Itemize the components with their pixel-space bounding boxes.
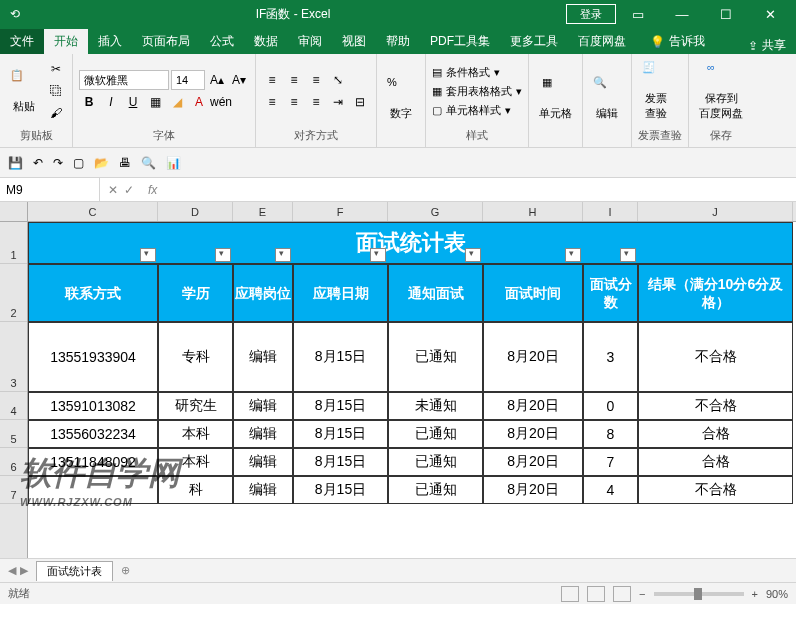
align-bottom-button[interactable]: ≡ — [306, 70, 326, 90]
bold-button[interactable]: B — [79, 92, 99, 112]
table-header[interactable]: 联系方式 — [28, 264, 158, 322]
filter-dropdown[interactable] — [620, 248, 636, 262]
phonetic-button[interactable]: wén — [211, 92, 231, 112]
table-header[interactable]: 应聘岗位 — [233, 264, 293, 322]
minimize-button[interactable]: — — [660, 2, 704, 26]
tab-formula[interactable]: 公式 — [200, 29, 244, 54]
italic-button[interactable]: I — [101, 92, 121, 112]
table-cell[interactable]: 科 — [158, 476, 233, 504]
print-icon[interactable]: 🖶 — [119, 156, 131, 170]
save-icon[interactable]: 💾 — [8, 156, 23, 170]
table-cell[interactable]: 合格 — [638, 420, 793, 448]
table-cell[interactable]: 8月15日 — [293, 448, 388, 476]
table-cell[interactable]: 13591013082 — [28, 392, 158, 420]
tab-view[interactable]: 视图 — [332, 29, 376, 54]
tab-pdf[interactable]: PDF工具集 — [420, 29, 500, 54]
tab-insert[interactable]: 插入 — [88, 29, 132, 54]
enter-formula-icon[interactable]: ✓ — [124, 183, 134, 197]
col-header-E[interactable]: E — [233, 202, 293, 221]
table-cell[interactable]: 4 — [583, 476, 638, 504]
worksheet[interactable]: CDEFGHIJ 1234567 面试统计表联系方式学历应聘岗位应聘日期通知面试… — [0, 202, 796, 558]
table-cell[interactable]: 8月20日 — [483, 420, 583, 448]
row-header-4[interactable]: 4 — [0, 392, 27, 420]
font-name-select[interactable] — [79, 70, 169, 90]
align-right-button[interactable]: ≡ — [306, 92, 326, 112]
select-all-corner[interactable] — [0, 202, 28, 221]
col-header-D[interactable]: D — [158, 202, 233, 221]
table-cell[interactable]: 13551933904 — [28, 322, 158, 392]
col-header-C[interactable]: C — [28, 202, 158, 221]
table-cell[interactable]: 编辑 — [233, 322, 293, 392]
view-layout-button[interactable] — [587, 586, 605, 602]
table-cell[interactable]: 编辑 — [233, 448, 293, 476]
table-header[interactable]: 通知面试 — [388, 264, 483, 322]
cells-button[interactable]: ▦ 单元格 — [535, 76, 576, 121]
zoom-slider[interactable] — [654, 592, 744, 596]
orientation-button[interactable]: ⤡ — [328, 70, 348, 90]
table-header[interactable]: 学历 — [158, 264, 233, 322]
font-color-button[interactable]: A — [189, 92, 209, 112]
zoom-thumb[interactable] — [694, 588, 702, 600]
col-header-I[interactable]: I — [583, 202, 638, 221]
undo-icon[interactable]: ↶ — [33, 156, 43, 170]
table-cell[interactable]: 专科 — [158, 322, 233, 392]
align-middle-button[interactable]: ≡ — [284, 70, 304, 90]
col-header-G[interactable]: G — [388, 202, 483, 221]
table-cell[interactable]: 8月15日 — [293, 392, 388, 420]
view-pagebreak-button[interactable] — [613, 586, 631, 602]
tellme[interactable]: 💡告诉我 — [640, 29, 715, 54]
redo-icon[interactable]: ↷ — [53, 156, 63, 170]
table-cell[interactable]: 研究生 — [158, 392, 233, 420]
table-cell[interactable]: 8月15日 — [293, 322, 388, 392]
table-header[interactable]: 结果（满分10分6分及格） — [638, 264, 793, 322]
maximize-button[interactable]: ☐ — [704, 2, 748, 26]
table-cell[interactable]: 已通知 — [388, 322, 483, 392]
table-cell[interactable]: 编辑 — [233, 392, 293, 420]
increase-font-button[interactable]: A▴ — [207, 70, 227, 90]
login-button[interactable]: 登录 — [566, 4, 616, 24]
cut-button[interactable]: ✂ — [46, 59, 66, 79]
row-header-6[interactable]: 6 — [0, 448, 27, 476]
table-cell[interactable]: 3 — [583, 322, 638, 392]
table-cell[interactable]: 本科 — [158, 420, 233, 448]
filter-dropdown[interactable] — [565, 248, 581, 262]
border-button[interactable]: ▦ — [145, 92, 165, 112]
view-normal-button[interactable] — [561, 586, 579, 602]
filter-dropdown[interactable] — [465, 248, 481, 262]
underline-button[interactable]: U — [123, 92, 143, 112]
save-baidu-button[interactable]: ∞ 保存到 百度网盘 — [695, 61, 747, 121]
close-button[interactable]: ✕ — [748, 2, 792, 26]
align-top-button[interactable]: ≡ — [262, 70, 282, 90]
table-cell[interactable]: 8月20日 — [483, 392, 583, 420]
format-table-button[interactable]: ▦套用表格格式▾ — [432, 83, 522, 100]
tab-layout[interactable]: 页面布局 — [132, 29, 200, 54]
table-cell[interactable]: 13511848092 — [28, 448, 158, 476]
col-header-J[interactable]: J — [638, 202, 793, 221]
cells-area[interactable]: 面试统计表联系方式学历应聘岗位应聘日期通知面试面试时间面试分数结果（满分10分6… — [28, 222, 796, 558]
preview-icon[interactable]: 🔍 — [141, 156, 156, 170]
table-cell[interactable]: 编辑 — [233, 420, 293, 448]
tab-review[interactable]: 审阅 — [288, 29, 332, 54]
number-format-button[interactable]: % 数字 — [383, 76, 419, 121]
table-cell[interactable]: 已通知 — [388, 448, 483, 476]
table-cell[interactable] — [28, 476, 158, 504]
sheet-nav-prev[interactable]: ◀ — [8, 564, 16, 577]
filter-dropdown[interactable] — [140, 248, 156, 262]
open-icon[interactable]: 📂 — [94, 156, 109, 170]
ribbon-display-button[interactable]: ▭ — [616, 2, 660, 26]
table-cell[interactable]: 未通知 — [388, 392, 483, 420]
align-center-button[interactable]: ≡ — [284, 92, 304, 112]
table-cell[interactable]: 8月20日 — [483, 476, 583, 504]
table-cell[interactable]: 7 — [583, 448, 638, 476]
tab-help[interactable]: 帮助 — [376, 29, 420, 54]
tab-data[interactable]: 数据 — [244, 29, 288, 54]
filter-dropdown[interactable] — [275, 248, 291, 262]
zoom-in-button[interactable]: + — [752, 588, 758, 600]
tab-baidu[interactable]: 百度网盘 — [568, 29, 636, 54]
table-cell[interactable]: 不合格 — [638, 322, 793, 392]
table-cell[interactable]: 13556032234 — [28, 420, 158, 448]
col-header-F[interactable]: F — [293, 202, 388, 221]
tab-more[interactable]: 更多工具 — [500, 29, 568, 54]
table-cell[interactable]: 8月15日 — [293, 420, 388, 448]
table-header[interactable]: 面试分数 — [583, 264, 638, 322]
